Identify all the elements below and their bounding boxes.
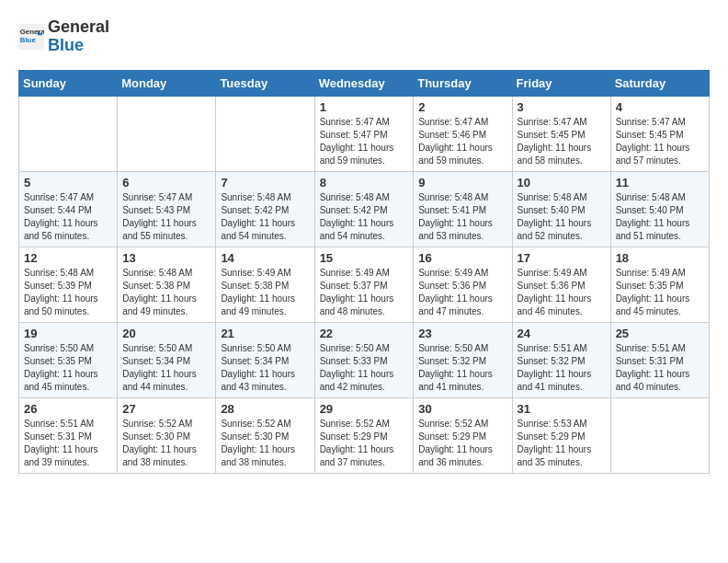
- calendar-cell: 3Sunrise: 5:47 AM Sunset: 5:45 PM Daylig…: [512, 96, 610, 171]
- logo: General Blue General Blue: [18, 18, 109, 55]
- day-info: Sunrise: 5:48 AM Sunset: 5:38 PM Dayligh…: [122, 267, 210, 318]
- day-info: Sunrise: 5:52 AM Sunset: 5:30 PM Dayligh…: [221, 418, 309, 469]
- day-info: Sunrise: 5:48 AM Sunset: 5:42 PM Dayligh…: [221, 191, 309, 243]
- calendar-week-1: 1Sunrise: 5:47 AM Sunset: 5:47 PM Daylig…: [19, 96, 710, 171]
- day-number: 5: [24, 176, 112, 190]
- calendar-cell: 19Sunrise: 5:50 AM Sunset: 5:35 PM Dayli…: [19, 322, 118, 397]
- day-info: Sunrise: 5:51 AM Sunset: 5:31 PM Dayligh…: [616, 342, 704, 394]
- calendar-cell: 22Sunrise: 5:50 AM Sunset: 5:33 PM Dayli…: [314, 322, 414, 397]
- day-info: Sunrise: 5:48 AM Sunset: 5:40 PM Dayligh…: [616, 191, 704, 243]
- day-info: Sunrise: 5:51 AM Sunset: 5:32 PM Dayligh…: [518, 342, 606, 394]
- day-number: 10: [518, 176, 606, 190]
- day-info: Sunrise: 5:47 AM Sunset: 5:47 PM Dayligh…: [320, 116, 409, 167]
- calendar-cell: [19, 96, 118, 171]
- calendar-cell: 1Sunrise: 5:47 AM Sunset: 5:47 PM Daylig…: [314, 96, 414, 171]
- calendar-cell: 10Sunrise: 5:48 AM Sunset: 5:40 PM Dayli…: [512, 171, 610, 247]
- weekday-header-sunday: Sunday: [19, 70, 118, 96]
- day-number: 23: [418, 327, 506, 340]
- day-number: 16: [418, 251, 506, 265]
- day-info: Sunrise: 5:47 AM Sunset: 5:44 PM Dayligh…: [24, 191, 112, 243]
- calendar-cell: 23Sunrise: 5:50 AM Sunset: 5:32 PM Dayli…: [414, 322, 512, 397]
- calendar-cell: 25Sunrise: 5:51 AM Sunset: 5:31 PM Dayli…: [610, 322, 709, 397]
- calendar-cell: 20Sunrise: 5:50 AM Sunset: 5:34 PM Dayli…: [118, 322, 216, 397]
- calendar-cell: 28Sunrise: 5:52 AM Sunset: 5:30 PM Dayli…: [216, 397, 314, 473]
- day-info: Sunrise: 5:51 AM Sunset: 5:31 PM Dayligh…: [24, 418, 112, 469]
- day-number: 7: [221, 176, 309, 190]
- day-number: 9: [418, 176, 506, 190]
- day-info: Sunrise: 5:47 AM Sunset: 5:45 PM Dayligh…: [518, 116, 606, 167]
- calendar-cell: 14Sunrise: 5:49 AM Sunset: 5:38 PM Dayli…: [216, 247, 314, 322]
- day-info: Sunrise: 5:49 AM Sunset: 5:36 PM Dayligh…: [518, 267, 606, 318]
- day-info: Sunrise: 5:48 AM Sunset: 5:40 PM Dayligh…: [518, 191, 606, 243]
- day-info: Sunrise: 5:48 AM Sunset: 5:42 PM Dayligh…: [320, 191, 409, 243]
- calendar-cell: 8Sunrise: 5:48 AM Sunset: 5:42 PM Daylig…: [314, 171, 414, 247]
- day-number: 25: [616, 327, 704, 340]
- calendar-header-row: SundayMondayTuesdayWednesdayThursdayFrid…: [19, 70, 710, 96]
- calendar-cell: 27Sunrise: 5:52 AM Sunset: 5:30 PM Dayli…: [118, 397, 216, 473]
- day-number: 21: [221, 327, 309, 340]
- day-info: Sunrise: 5:50 AM Sunset: 5:33 PM Dayligh…: [320, 342, 409, 394]
- day-number: 30: [418, 402, 506, 416]
- calendar-table: SundayMondayTuesdayWednesdayThursdayFrid…: [18, 70, 710, 474]
- calendar-week-5: 26Sunrise: 5:51 AM Sunset: 5:31 PM Dayli…: [19, 397, 710, 473]
- calendar-cell: 24Sunrise: 5:51 AM Sunset: 5:32 PM Dayli…: [512, 322, 610, 397]
- day-info: Sunrise: 5:49 AM Sunset: 5:37 PM Dayligh…: [320, 267, 409, 318]
- logo-text-general: General: [48, 18, 109, 37]
- day-info: Sunrise: 5:49 AM Sunset: 5:35 PM Dayligh…: [616, 267, 704, 318]
- day-number: 8: [320, 176, 409, 190]
- calendar-cell: [216, 96, 314, 171]
- day-number: 13: [122, 251, 210, 265]
- calendar-cell: 5Sunrise: 5:47 AM Sunset: 5:44 PM Daylig…: [19, 171, 118, 247]
- day-info: Sunrise: 5:49 AM Sunset: 5:36 PM Dayligh…: [418, 267, 506, 318]
- calendar-cell: 17Sunrise: 5:49 AM Sunset: 5:36 PM Dayli…: [512, 247, 610, 322]
- calendar-cell: [118, 96, 216, 171]
- day-number: 28: [221, 402, 309, 416]
- day-info: Sunrise: 5:50 AM Sunset: 5:35 PM Dayligh…: [24, 342, 112, 394]
- day-number: 1: [320, 100, 409, 114]
- calendar-cell: 4Sunrise: 5:47 AM Sunset: 5:45 PM Daylig…: [610, 96, 709, 171]
- calendar-cell: 11Sunrise: 5:48 AM Sunset: 5:40 PM Dayli…: [610, 171, 709, 247]
- calendar-cell: 6Sunrise: 5:47 AM Sunset: 5:43 PM Daylig…: [118, 171, 216, 247]
- day-number: 4: [616, 100, 704, 114]
- day-number: 29: [320, 402, 409, 416]
- day-number: 18: [616, 251, 704, 265]
- day-info: Sunrise: 5:53 AM Sunset: 5:29 PM Dayligh…: [518, 418, 606, 469]
- weekday-header-friday: Friday: [512, 70, 610, 96]
- calendar-cell: 31Sunrise: 5:53 AM Sunset: 5:29 PM Dayli…: [512, 397, 610, 473]
- day-number: 24: [518, 327, 606, 340]
- day-number: 17: [518, 251, 606, 265]
- svg-text:Blue: Blue: [20, 36, 37, 44]
- logo-icon: General Blue: [18, 24, 44, 50]
- day-number: 11: [616, 176, 704, 190]
- weekday-header-monday: Monday: [118, 70, 216, 96]
- calendar-cell: 15Sunrise: 5:49 AM Sunset: 5:37 PM Dayli…: [314, 247, 414, 322]
- day-info: Sunrise: 5:47 AM Sunset: 5:45 PM Dayligh…: [616, 116, 704, 167]
- day-info: Sunrise: 5:52 AM Sunset: 5:29 PM Dayligh…: [320, 418, 409, 469]
- calendar-cell: 9Sunrise: 5:48 AM Sunset: 5:41 PM Daylig…: [414, 171, 512, 247]
- calendar-week-4: 19Sunrise: 5:50 AM Sunset: 5:35 PM Dayli…: [19, 322, 710, 397]
- calendar-cell: 30Sunrise: 5:52 AM Sunset: 5:29 PM Dayli…: [414, 397, 512, 473]
- calendar-cell: 18Sunrise: 5:49 AM Sunset: 5:35 PM Dayli…: [610, 247, 709, 322]
- calendar-cell: [610, 397, 709, 473]
- day-number: 12: [24, 251, 112, 265]
- day-number: 20: [122, 327, 210, 340]
- day-info: Sunrise: 5:47 AM Sunset: 5:46 PM Dayligh…: [418, 116, 506, 167]
- day-info: Sunrise: 5:50 AM Sunset: 5:34 PM Dayligh…: [221, 342, 309, 394]
- calendar-week-2: 5Sunrise: 5:47 AM Sunset: 5:44 PM Daylig…: [19, 171, 710, 247]
- calendar-cell: 12Sunrise: 5:48 AM Sunset: 5:39 PM Dayli…: [19, 247, 118, 322]
- day-number: 3: [518, 100, 606, 114]
- calendar-cell: 29Sunrise: 5:52 AM Sunset: 5:29 PM Dayli…: [314, 397, 414, 473]
- day-info: Sunrise: 5:52 AM Sunset: 5:30 PM Dayligh…: [122, 418, 210, 469]
- day-number: 6: [122, 176, 210, 190]
- calendar-cell: 7Sunrise: 5:48 AM Sunset: 5:42 PM Daylig…: [216, 171, 314, 247]
- calendar-cell: 13Sunrise: 5:48 AM Sunset: 5:38 PM Dayli…: [118, 247, 216, 322]
- calendar-week-3: 12Sunrise: 5:48 AM Sunset: 5:39 PM Dayli…: [19, 247, 710, 322]
- day-number: 2: [418, 100, 506, 114]
- page-header: General Blue General Blue: [18, 18, 710, 55]
- day-info: Sunrise: 5:49 AM Sunset: 5:38 PM Dayligh…: [221, 267, 309, 318]
- day-info: Sunrise: 5:48 AM Sunset: 5:41 PM Dayligh…: [418, 191, 506, 243]
- day-number: 15: [320, 251, 409, 265]
- day-number: 22: [320, 327, 409, 340]
- weekday-header-thursday: Thursday: [414, 70, 512, 96]
- day-info: Sunrise: 5:48 AM Sunset: 5:39 PM Dayligh…: [24, 267, 112, 318]
